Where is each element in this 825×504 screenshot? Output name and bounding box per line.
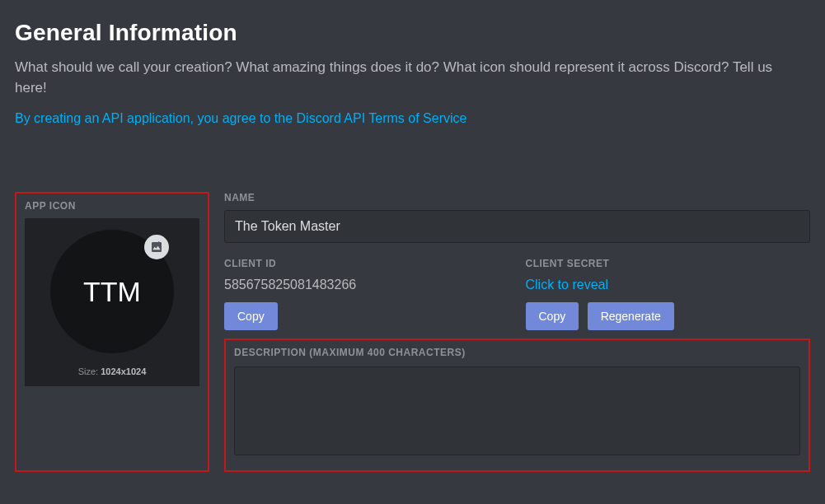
description-panel: DESCRIPTION (MAXIMUM 400 CHARACTERS)	[224, 338, 810, 472]
app-icon-size: Size: 1024x1024	[78, 366, 147, 376]
description-textarea[interactable]	[234, 366, 800, 455]
name-label: NAME	[224, 192, 810, 203]
app-icon-label: APP ICON	[25, 200, 199, 212]
tos-link[interactable]: By creating an API application, you agre…	[15, 111, 466, 126]
client-id-value: 585675825081483266	[224, 278, 509, 292]
description-label: DESCRIPTION (MAXIMUM 400 CHARACTERS)	[234, 347, 800, 358]
avatar-initials: TTM	[83, 276, 141, 308]
client-secret-label: CLIENT SECRET	[526, 258, 811, 269]
client-id-label: CLIENT ID	[224, 258, 509, 269]
upload-image-icon[interactable]	[144, 235, 169, 259]
app-icon-box[interactable]: TTM Size: 1024x1024	[25, 218, 199, 386]
copy-client-secret-button[interactable]: Copy	[526, 302, 579, 330]
client-id-block: CLIENT ID 585675825081483266 Copy	[224, 258, 509, 330]
name-input[interactable]	[224, 210, 810, 243]
page-title: General Information	[15, 20, 810, 46]
reveal-secret-link[interactable]: Click to reveal	[526, 278, 608, 292]
app-icon-panel: APP ICON TTM Size: 1024x1024	[15, 192, 209, 472]
client-secret-block: CLIENT SECRET Click to reveal Copy Regen…	[526, 258, 811, 330]
copy-client-id-button[interactable]: Copy	[224, 302, 278, 330]
regenerate-secret-button[interactable]: Regenerate	[588, 302, 674, 330]
page-subtitle: What should we call your creation? What …	[15, 58, 806, 98]
